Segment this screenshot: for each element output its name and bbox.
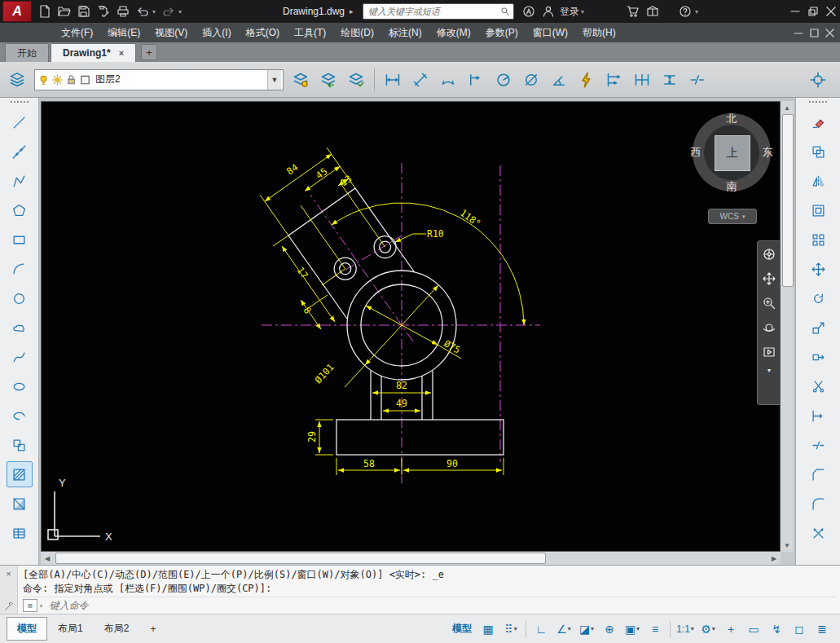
- navbar-menu-caret-icon[interactable]: ▾: [767, 367, 771, 374]
- doc-close-button[interactable]: [821, 25, 837, 40]
- polar-tracking-icon[interactable]: ∠▾: [552, 619, 575, 639]
- layer-freeze-icon[interactable]: [51, 73, 64, 86]
- diameter-dimension-icon[interactable]: [517, 66, 545, 94]
- trim-icon[interactable]: [805, 373, 831, 399]
- annotation-monitor-icon[interactable]: +: [719, 619, 742, 639]
- object-snap-tracking-icon[interactable]: ⊕: [598, 619, 621, 639]
- isometric-drafting-icon[interactable]: ◪▾: [575, 619, 598, 639]
- layer-properties-icon[interactable]: [3, 66, 31, 94]
- mirror-icon[interactable]: [805, 168, 831, 194]
- layer-color-swatch[interactable]: [79, 73, 91, 86]
- model-space-toggle[interactable]: 模型: [452, 622, 472, 636]
- zoom-icon[interactable]: [759, 293, 779, 313]
- scroll-up-icon[interactable]: ▲: [781, 101, 794, 114]
- menu-draw[interactable]: 绘图(D): [333, 23, 381, 43]
- table-icon[interactable]: [7, 520, 33, 546]
- vertical-scroll-thumb[interactable]: [782, 114, 794, 287]
- help-caret-icon[interactable]: ▾: [695, 8, 701, 15]
- new-layout-button[interactable]: +: [139, 619, 166, 640]
- explode-icon[interactable]: [805, 520, 831, 546]
- layer-previous-icon[interactable]: [314, 66, 342, 94]
- layer-select[interactable]: 图层2 ▼: [34, 69, 284, 90]
- redo-icon[interactable]: [159, 2, 178, 20]
- insert-block-icon[interactable]: [7, 432, 33, 458]
- ordinate-dimension-icon[interactable]: [462, 66, 490, 94]
- snap-mode-icon[interactable]: ⠿▾: [499, 619, 522, 639]
- baseline-dimension-icon[interactable]: [600, 66, 628, 94]
- layer-on-icon[interactable]: [37, 73, 50, 86]
- tab-drawing1[interactable]: Drawing1* ×: [51, 43, 136, 62]
- viewcube-east[interactable]: 东: [763, 145, 773, 160]
- showmotion-icon[interactable]: [759, 342, 779, 362]
- continue-dimension-icon[interactable]: [628, 66, 656, 94]
- menu-format[interactable]: 格式(O): [239, 23, 287, 43]
- copy-icon[interactable]: [805, 139, 831, 165]
- command-input-icon[interactable]: ⊞: [23, 599, 37, 612]
- tab-start[interactable]: 开始: [5, 43, 49, 62]
- menu-modify[interactable]: 修改(M): [429, 23, 478, 43]
- menu-insert[interactable]: 插入(I): [195, 23, 238, 43]
- radius-dimension-icon[interactable]: [490, 66, 517, 94]
- break-icon[interactable]: [805, 432, 831, 458]
- array-icon[interactable]: [805, 227, 831, 253]
- horizontal-scrollbar[interactable]: ◀ ▶: [41, 552, 781, 565]
- center-mark-icon[interactable]: [804, 66, 832, 94]
- ellipse-icon[interactable]: [7, 373, 33, 399]
- menu-parametric[interactable]: 参数(P): [478, 23, 526, 43]
- annotation-scale-button[interactable]: 1:1▾: [674, 619, 697, 639]
- menu-dimension[interactable]: 标注(N): [381, 23, 429, 43]
- command-input[interactable]: [48, 599, 835, 612]
- workspace-switching-icon[interactable]: ⚙▾: [697, 619, 719, 639]
- offset-icon[interactable]: [805, 197, 831, 223]
- toolbar-grip[interactable]: [809, 101, 827, 107]
- construction-line-icon[interactable]: [7, 139, 33, 165]
- autodesk-account-icon[interactable]: [519, 2, 539, 20]
- menu-file[interactable]: 文件(F): [54, 23, 100, 43]
- make-object-layer-current-icon[interactable]: [287, 66, 314, 94]
- move-icon[interactable]: [805, 256, 831, 282]
- polygon-icon[interactable]: [7, 197, 33, 223]
- wcs-dropdown[interactable]: WCS▾: [708, 209, 757, 224]
- layout-tab-model[interactable]: 模型: [7, 617, 47, 641]
- minimize-button[interactable]: [786, 2, 804, 20]
- help-icon[interactable]: [675, 2, 695, 20]
- menu-tools[interactable]: 工具(T): [287, 23, 333, 43]
- application-menu-button[interactable]: A: [2, 1, 32, 22]
- command-input-caret-icon[interactable]: ▾: [39, 602, 43, 610]
- navigation-wheel-icon[interactable]: [759, 244, 779, 264]
- layout-tab-layout2[interactable]: 布局2: [94, 617, 140, 641]
- viewcube-south[interactable]: 南: [727, 179, 737, 194]
- layer-dropdown-caret-icon[interactable]: ▼: [267, 70, 281, 90]
- ellipse-arc-icon[interactable]: [7, 403, 33, 429]
- search-input[interactable]: [367, 6, 500, 17]
- spline-icon[interactable]: [7, 344, 33, 370]
- layer-lock-icon[interactable]: [65, 73, 77, 86]
- plot-icon[interactable]: [113, 2, 133, 20]
- stretch-icon[interactable]: [805, 344, 831, 370]
- clean-screen-icon[interactable]: ◻: [788, 619, 811, 639]
- command-input-row[interactable]: ⊞ ▾: [23, 597, 835, 614]
- revision-cloud-icon[interactable]: [7, 315, 33, 341]
- viewcube-west[interactable]: 西: [691, 145, 701, 160]
- command-history[interactable]: [全部(A)/中心(C)/动态(D)/范围(E)/上一个(P)/比例(S)/窗口…: [18, 566, 840, 614]
- dimension-space-icon[interactable]: [656, 66, 684, 94]
- open-icon[interactable]: [55, 2, 74, 20]
- viewcube-top-face[interactable]: 上: [715, 135, 750, 171]
- command-close-icon[interactable]: ×: [6, 569, 11, 579]
- rotate-icon[interactable]: [805, 285, 831, 311]
- drawing-canvas[interactable]: 84 45 13 R10 118° 17 8 Ø101 Ø75 82 49 29…: [41, 101, 781, 552]
- undo-icon[interactable]: [133, 2, 152, 20]
- menu-help[interactable]: 帮助(H): [575, 23, 623, 43]
- menu-view[interactable]: 视图(V): [147, 23, 195, 43]
- tab-close-icon[interactable]: ×: [119, 48, 124, 58]
- vertical-scrollbar[interactable]: ▲ ▼: [781, 101, 794, 552]
- hatch-icon[interactable]: [7, 461, 33, 487]
- new-drawing-tab-button[interactable]: +: [141, 44, 157, 60]
- help-search-box[interactable]: [363, 3, 514, 20]
- restore-button[interactable]: [804, 2, 822, 20]
- scroll-right-icon[interactable]: ▶: [767, 552, 781, 565]
- angular-dimension-icon[interactable]: [545, 66, 573, 94]
- extend-icon[interactable]: [805, 403, 831, 429]
- arc-icon[interactable]: [7, 256, 33, 282]
- menu-window[interactable]: 窗口(W): [526, 23, 575, 43]
